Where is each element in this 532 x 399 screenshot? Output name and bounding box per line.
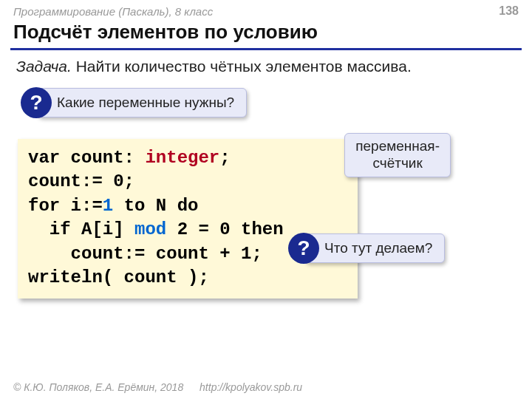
callout-bubble-2: Что тут делаем?: [304, 233, 445, 263]
page-number: 138: [499, 4, 519, 18]
question-mark-icon: ?: [288, 233, 319, 264]
slide-title: Подсчёт элементов по условию: [10, 19, 522, 50]
task-text: Найти количество чётных элементов массив…: [76, 58, 412, 75]
annotation-counter-var: переменная- счётчик: [344, 133, 451, 177]
callout-question-2: ? Что тут делаем?: [288, 233, 445, 264]
course-name: Программирование (Паскаль), 8 класс: [13, 5, 213, 18]
copyright: © К.Ю. Поляков, Е.А. Ерёмин, 2018: [13, 381, 183, 393]
task-label: Задача.: [16, 58, 72, 75]
footer-url: http://kpolyakov.spb.ru: [200, 381, 302, 393]
slide-header: Программирование (Паскаль), 8 класс 138: [0, 0, 532, 19]
code-block: var count: integer; count:= 0; for i:=1 …: [18, 139, 358, 299]
callout-question-1: ? Какие переменные нужны?: [21, 87, 247, 118]
callout-bubble-1: Какие переменные нужны?: [37, 88, 247, 117]
slide-footer: © К.Ю. Поляков, Е.А. Ерёмин, 2018 http:/…: [0, 377, 532, 399]
task-statement: Задача. Найти количество чётных элементо…: [16, 58, 516, 75]
question-mark-icon: ?: [21, 87, 52, 118]
